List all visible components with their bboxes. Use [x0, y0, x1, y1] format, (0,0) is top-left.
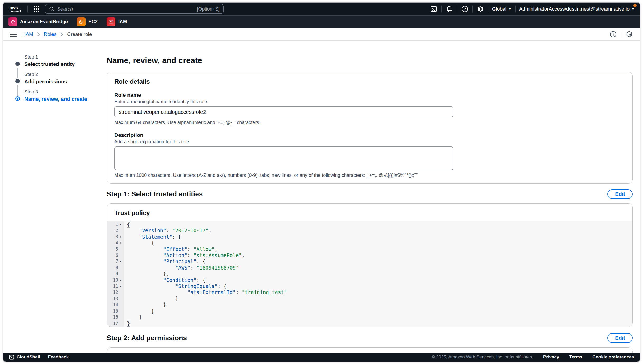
step-active-radio	[15, 96, 20, 101]
code-line: 15 }	[107, 308, 632, 314]
description-constraint: Maximum 1000 characters. Use letters (A-…	[114, 173, 625, 178]
cloudshell-icon	[9, 354, 14, 360]
step-number: Step 1	[24, 54, 107, 60]
role-details-card: Role details Role name Enter a meaningfu…	[107, 72, 633, 184]
favorite-eventbridge[interactable]: Amazon EventBridge	[8, 17, 68, 26]
code-text: "Condition": {	[124, 277, 205, 283]
code-text: "Principal": {	[124, 258, 205, 264]
fold-toggle-icon[interactable]: ▾	[119, 234, 122, 240]
services-grid-icon[interactable]	[32, 4, 41, 13]
edit-trusted-entities-button[interactable]: Edit	[607, 189, 633, 199]
code-text: }	[124, 308, 154, 314]
search-icon	[49, 6, 54, 12]
code-line: 2 "Version": "2012-10-17",	[107, 228, 632, 234]
global-search-box[interactable]: [Option+S]	[45, 4, 224, 14]
footer-link-cookie-preferences[interactable]: Cookie preferences	[592, 354, 634, 360]
code-text: }	[124, 320, 130, 327]
info-icon[interactable]	[609, 31, 617, 38]
description-hint: Add a short explanation for this role.	[114, 139, 625, 145]
breadcrumb-actions	[609, 31, 633, 38]
code-line: 1▾{	[107, 221, 632, 228]
aws-logo[interactable]: aws	[8, 4, 23, 13]
line-number: 9	[111, 271, 118, 277]
permissions-summary-card: Permissions policy summary	[107, 347, 633, 353]
code-text: {	[124, 221, 130, 228]
divider	[27, 6, 28, 12]
description-textarea[interactable]	[114, 146, 453, 170]
account-menu[interactable]: AdministratorAccess/dustin.nest@streamna…	[519, 6, 635, 12]
account-label: AdministratorAccess/dustin.nest@streamna…	[519, 6, 630, 12]
wizard-step-1: Step 1 Select trusted entity	[15, 54, 107, 67]
code-line: 8 "AWS": "180941968709"	[107, 265, 632, 271]
description-field: Description Add a short explanation for …	[114, 132, 625, 178]
code-line: 7▾ "Principal": {	[107, 258, 632, 264]
step1-heading: Step 1: Select trusted entities	[107, 190, 203, 198]
step-link-name-review-create[interactable]: Name, review, and create	[24, 96, 107, 102]
divider	[621, 31, 621, 38]
fold-toggle-icon[interactable]: ▾	[119, 240, 122, 246]
fold-toggle-icon[interactable]: ▾	[119, 277, 122, 283]
browser-frame: aws [Option+S]	[3, 2, 640, 362]
step2-heading-row: Step 2: Add permissions Edit	[107, 333, 633, 344]
divider	[515, 6, 516, 12]
eventbridge-icon	[8, 17, 17, 26]
step-link-add-permissions[interactable]: Add permissions	[24, 79, 107, 85]
line-number: 17	[111, 320, 118, 327]
search-input[interactable]	[57, 6, 194, 12]
code-text: {	[124, 240, 154, 246]
breadcrumb-link-roles[interactable]: Roles	[44, 31, 57, 37]
favorite-label: EC2	[88, 19, 98, 25]
help-icon[interactable]: ?	[461, 5, 469, 13]
description-label: Description	[114, 132, 625, 138]
code-line: 12 "sts:ExternalId": "training_test"	[107, 289, 632, 295]
role-name-field: Role name Enter a meaningful name to ide…	[114, 92, 625, 125]
code-text: "sts:ExternalId": "training_test"	[124, 289, 287, 295]
role-name-constraint: Maximum 64 characters. Use alphanumeric …	[114, 120, 625, 125]
line-number: 10	[111, 277, 118, 283]
code-line: 4▾ {	[107, 240, 632, 246]
top-nav-right: ? Global ▼ AdministratorAccess/dustin.ne…	[430, 5, 635, 13]
code-line: 5 "Effect": "Allow",	[107, 246, 632, 252]
line-number: 3	[111, 234, 118, 240]
edit-permissions-button[interactable]: Edit	[607, 333, 633, 343]
copyright-text: © 2025, Amazon Web Services, Inc. or its…	[432, 354, 533, 360]
code-line: 9 },	[107, 271, 632, 277]
fold-toggle-icon[interactable]: ▾	[119, 258, 122, 264]
cloudshell-label: CloudShell	[17, 354, 40, 360]
region-selector[interactable]: Global ▼	[492, 6, 512, 12]
favorite-ec2[interactable]: EC2	[77, 17, 98, 26]
line-number: 6	[111, 252, 118, 258]
line-number: 1	[111, 221, 118, 228]
trust-policy-code[interactable]: 1▾{2 "Version": "2012-10-17",3▾ "Stateme…	[107, 221, 632, 327]
iam-icon	[107, 17, 115, 26]
code-text: }	[124, 302, 166, 308]
step-completed-dot	[15, 79, 20, 83]
footer-link-terms[interactable]: Terms	[569, 354, 582, 360]
footer-link-privacy[interactable]: Privacy	[543, 354, 559, 360]
footer-feedback[interactable]: Feedback	[48, 354, 69, 360]
fold-toggle-icon[interactable]: ▾	[119, 221, 122, 228]
code-line: 6 "Action": "sts:AssumeRole",	[107, 252, 632, 258]
code-text: "Action": "sts:AssumeRole",	[124, 252, 245, 258]
role-name-input[interactable]	[114, 106, 453, 117]
code-line: 13 }	[107, 296, 632, 302]
step-link-select-trusted-entity[interactable]: Select trusted entity	[24, 61, 107, 67]
notifications-bell-icon[interactable]	[445, 5, 453, 13]
menu-hamburger-icon[interactable]	[10, 32, 17, 37]
svg-text:?: ?	[464, 7, 466, 11]
breadcrumb-link-iam[interactable]: IAM	[24, 31, 33, 37]
cloudshell-icon[interactable]	[430, 5, 438, 13]
amazon-q-icon[interactable]	[626, 31, 633, 38]
step1-heading-row: Step 1: Select trusted entities Edit	[107, 188, 633, 200]
code-line: 3▾ "Statement": [	[107, 234, 632, 240]
favorite-label: IAM	[118, 19, 127, 25]
fold-toggle-icon[interactable]: ▾	[119, 283, 122, 289]
footer-cloudshell[interactable]: CloudShell	[9, 354, 40, 360]
line-number: 4	[111, 240, 118, 246]
feedback-label: Feedback	[48, 354, 69, 360]
settings-gear-icon[interactable]	[476, 5, 484, 13]
role-name-hint: Enter a meaningful name to identify this…	[114, 99, 625, 105]
breadcrumb-current: Create role	[67, 31, 92, 37]
line-number: 11	[111, 283, 118, 289]
favorite-iam[interactable]: IAM	[107, 17, 127, 26]
